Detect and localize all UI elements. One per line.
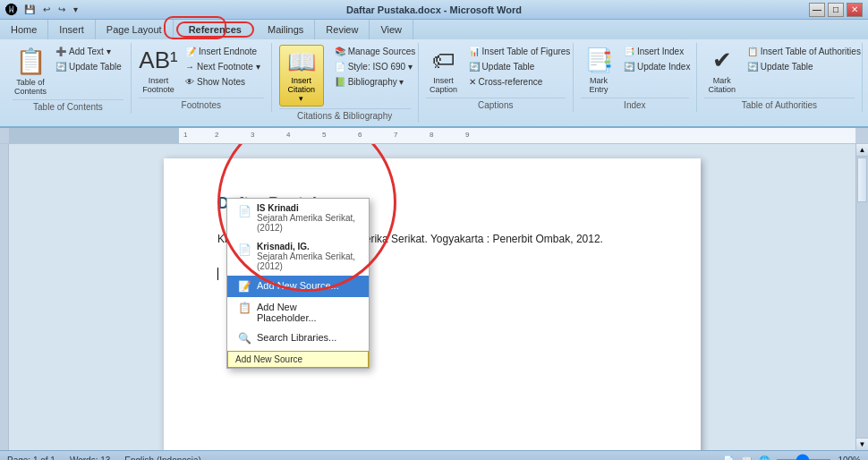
ruler-left-margin: [9, 128, 179, 143]
btn-insert-footnote[interactable]: AB¹ InsertFootnote: [139, 45, 178, 96]
tab-mailings[interactable]: Mailings: [257, 20, 315, 39]
manage-sources-icon: 📚: [335, 47, 345, 56]
status-bar: Page: 1 of 1 Words: 13 English (Indonesi…: [0, 450, 868, 460]
toc-small-btns: ➕ Add Text ▾ 🔄 Update Table: [52, 45, 125, 98]
next-footnote-icon: →: [185, 62, 194, 72]
quick-access-toolbar: 💾 ↩ ↪ ▾: [21, 4, 81, 15]
dropdown-item-krinadi-1[interactable]: 📄 IS Krinadi Sejarah Amerika Serikat, (2…: [227, 199, 369, 237]
insert-caption-label: InsertCaption: [430, 76, 457, 94]
btn-mark-citation[interactable]: ✔ MarkCitation: [704, 45, 740, 96]
scroll-right[interactable]: ▲ ▼: [855, 144, 868, 450]
btn-toc[interactable]: 📋 Table ofContents: [13, 45, 48, 98]
group-citations-label: Citations & Bibliography: [279, 108, 411, 121]
ruler-content: 1 2 3 4 5 6 7 8 9: [179, 128, 855, 143]
btn-update-table-toc[interactable]: 🔄 Update Table: [52, 60, 125, 73]
dropdown-item-krinadi-2[interactable]: 📄 Krisnadi, IG. Sejarah Amerika Serikat,…: [227, 237, 369, 276]
ruler-right-padding: [855, 128, 868, 143]
btn-add-text[interactable]: ➕ Add Text ▾: [52, 45, 125, 58]
update-table-cap-label: Update Table: [482, 62, 535, 72]
btn-update-table-toa[interactable]: 🔄 Update Table: [744, 60, 864, 73]
scroll-thumb[interactable]: [857, 158, 867, 202]
cross-ref-icon: ✕: [469, 77, 476, 87]
btn-bibliography[interactable]: 📗 Bibliography ▾: [331, 75, 420, 89]
tab-review[interactable]: Review: [315, 20, 370, 39]
ref-1-text: IS Krinadi Sejarah Amerika Serikat, (201…: [257, 203, 358, 233]
tab-home[interactable]: Home: [0, 20, 48, 39]
status-right: 📄 📖 🌐 100%: [723, 456, 861, 460]
scroll-up-btn[interactable]: ▲: [856, 144, 868, 157]
tooltip-text: Add New Source: [235, 354, 302, 364]
view-reading-icon[interactable]: 📖: [741, 456, 752, 460]
ref-2-detail: Sejarah Amerika Serikat, (2012): [257, 251, 358, 271]
tab-references[interactable]: References: [176, 21, 254, 38]
bibliography-icon: 📗: [335, 77, 345, 87]
group-index: 📑 MarkEntry 📑 Insert Index 🔄 Update Inde…: [574, 43, 697, 112]
minimize-btn[interactable]: —: [809, 3, 825, 17]
btn-update-table-cap[interactable]: 🔄 Update Table: [465, 60, 574, 73]
btn-update-index[interactable]: 🔄 Update Index: [620, 60, 694, 73]
btn-mark-entry[interactable]: 📑 MarkEntry: [581, 45, 617, 96]
insert-endnote-icon: 📝: [185, 47, 196, 56]
doc-icon-1: 📄: [238, 205, 251, 217]
dropdown-item-add-placeholder[interactable]: 📋 Add New Placeholder...: [227, 297, 369, 328]
maximize-btn[interactable]: □: [828, 3, 844, 17]
mark-entry-icon: 📑: [584, 47, 613, 74]
title-bar-left: 🅦 💾 ↩ ↪ ▾: [5, 3, 81, 17]
btn-insert-endnote[interactable]: 📝 Insert Endnote: [182, 45, 264, 58]
tab-view[interactable]: View: [370, 20, 413, 39]
add-placeholder-icon: 📋: [238, 302, 251, 314]
btn-style[interactable]: 📄 Style: ISO 690 ▾: [331, 60, 420, 73]
btn-insert-tof[interactable]: 📊 Insert Table of Figures: [465, 45, 574, 58]
update-table-toa-icon: 🔄: [747, 62, 758, 72]
mark-citation-icon: ✔: [712, 47, 732, 74]
dropdown-menu[interactable]: 📄 IS Krinadi Sejarah Amerika Serikat, (2…: [226, 198, 370, 369]
ribbon-tabs: Home Insert Page Layout References Maili…: [0, 20, 868, 39]
btn-show-notes[interactable]: 👁 Show Notes: [182, 75, 264, 89]
group-index-label: Index: [581, 98, 689, 110]
group-toa: ✔ MarkCitation 📋 Insert Table of Authori…: [697, 43, 863, 112]
window-title: Daftar Pustaka.docx - Microsoft Word: [346, 4, 522, 15]
insert-index-label: Insert Index: [637, 47, 684, 56]
insert-citation-label: InsertCitation ▾: [285, 76, 318, 103]
btn-insert-caption[interactable]: 🏷 InsertCaption: [426, 45, 462, 96]
ref-1-detail: Sejarah Amerika Serikat, (2012): [257, 213, 358, 233]
insert-citation-dropdown: 📄 IS Krinadi Sejarah Amerika Serikat, (2…: [226, 198, 370, 369]
tab-insert[interactable]: Insert: [48, 20, 96, 39]
close-btn[interactable]: ✕: [847, 3, 863, 17]
btn-insert-citation[interactable]: 📖 InsertCitation ▾: [279, 45, 324, 106]
manage-sources-label: Manage Sources: [348, 47, 416, 56]
ruler-mark-9: 9: [465, 131, 469, 139]
search-label: Search Libraries...: [257, 332, 336, 343]
status-words: Words: 13: [70, 456, 110, 460]
insert-endnote-label: Insert Endnote: [199, 47, 257, 56]
btn-next-footnote[interactable]: → Next Footnote ▾: [182, 60, 264, 73]
ruler-mark-3: 3: [251, 131, 254, 139]
dropdown-item-add-source[interactable]: 📝 Add New Source...: [227, 276, 369, 297]
group-captions-content: 🏷 InsertCaption 📊 Insert Table of Figure…: [426, 45, 566, 96]
add-text-label: Add Text ▾: [69, 47, 111, 56]
view-normal-icon[interactable]: 📄: [723, 456, 734, 460]
customize-btn[interactable]: ▾: [71, 4, 81, 15]
group-toc: 📋 Table ofContents ➕ Add Text ▾ 🔄 Update…: [5, 43, 132, 114]
tab-page-layout[interactable]: Page Layout: [96, 20, 174, 39]
btn-insert-index[interactable]: 📑 Insert Index: [620, 45, 694, 58]
undo-btn[interactable]: ↩: [40, 4, 53, 15]
ruler-mark-5: 5: [322, 131, 326, 139]
update-table-toc-label: Update Table: [69, 62, 122, 72]
btn-cross-ref[interactable]: ✕ Cross-reference: [465, 75, 574, 89]
show-notes-icon: 👁: [185, 77, 194, 87]
document-content: Daftar Pustaka Krisnadi, IG. 2012. Sejar…: [9, 144, 855, 450]
dropdown-item-search[interactable]: 🔍 Search Libraries...: [227, 328, 369, 349]
view-web-icon[interactable]: 🌐: [759, 456, 770, 460]
footnote-small-btns: 📝 Insert Endnote → Next Footnote ▾ 👁 Sho…: [182, 45, 264, 96]
btn-insert-toa[interactable]: 📋 Insert Table of Authorities: [744, 45, 864, 58]
redo-btn[interactable]: ↪: [55, 4, 68, 15]
update-table-toc-icon: 🔄: [55, 62, 66, 72]
save-btn[interactable]: 💾: [21, 4, 38, 15]
ruler-left-padding: [0, 128, 9, 143]
next-footnote-label: Next Footnote ▾: [197, 62, 260, 72]
ribbon: Home Insert Page Layout References Maili…: [0, 20, 868, 128]
scroll-down-btn[interactable]: ▼: [856, 438, 868, 450]
btn-manage-sources[interactable]: 📚 Manage Sources: [331, 45, 420, 58]
ref-2-name: Krisnadi, IG.: [257, 242, 358, 251]
